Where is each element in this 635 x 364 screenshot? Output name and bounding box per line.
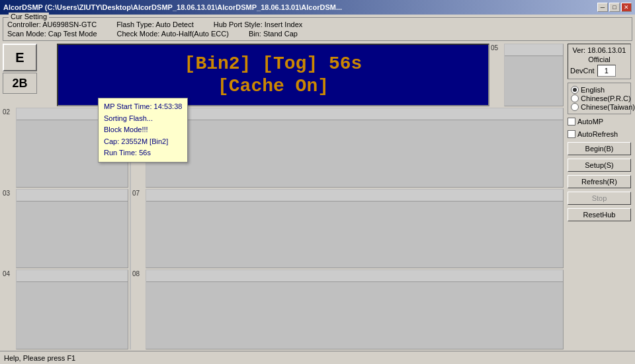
- controller-setting: Controller: AU6998SN-GTC: [7, 20, 97, 28]
- version-text: Ver: 18.06.13.01: [570, 46, 628, 54]
- check-mode-setting: Check Mode: Auto-Half(Auto ECC): [117, 30, 229, 38]
- hub-port-setting: Hub Port Style: Insert Index: [214, 20, 303, 28]
- slot-08-group: 08: [132, 270, 564, 349]
- slot-03: [16, 189, 128, 269]
- slots-area: E 2B [Bin2] [Tog] 56s [Cache On]: [3, 44, 564, 349]
- devcnt-input[interactable]: [597, 65, 616, 77]
- maximize-button[interactable]: □: [609, 3, 620, 12]
- large-display-text: [Bin2] [Tog] 56s [Cache On]: [185, 53, 362, 97]
- lang-chinese-prc-radio[interactable]: [571, 94, 579, 102]
- slot-04-label: 04: [3, 270, 16, 349]
- status-bar: Help, Please press F1: [0, 351, 635, 364]
- slot-03-top: [17, 190, 128, 201]
- status-text: Help, Please press F1: [4, 354, 75, 362]
- main-content: Cur Setting Controller: AU6998SN-GTC Fla…: [0, 15, 635, 364]
- lang-chinese-prc-row[interactable]: Chinese(P.R.C): [571, 94, 628, 102]
- refresh-button[interactable]: Refresh(R): [568, 175, 631, 188]
- slot-07-group: 07: [132, 189, 564, 269]
- slot-e: E: [3, 44, 37, 71]
- slot-07-bottom: [146, 201, 563, 268]
- minimize-button[interactable]: ─: [597, 3, 608, 12]
- lang-english-label: English: [581, 86, 605, 94]
- slot-07-top: [146, 190, 563, 201]
- lang-chinese-taiwan-radio[interactable]: [571, 103, 579, 111]
- group-label: Cur Setting: [9, 13, 49, 20]
- window-title: AlcorDSMP (C:\Users\ZIUTY\Desktop\AlcorD…: [3, 3, 342, 11]
- right-panel: Ver: 18.06.13.01 Official DevCnt English: [566, 44, 632, 349]
- tooltip-popup: MP Start Time: 14:53:38 Sorting Flash...…: [98, 98, 188, 163]
- settings-row-1: Controller: AU6998SN-GTC Flash Type: Aut…: [7, 20, 628, 28]
- automp-row[interactable]: AutoMP: [568, 118, 631, 126]
- devcnt-row: DevCnt: [570, 65, 628, 77]
- close-button[interactable]: ✕: [621, 3, 632, 12]
- slot-08: [146, 270, 564, 349]
- slot-04-group: 04: [3, 270, 128, 349]
- slot-03-group: 03: [3, 189, 128, 269]
- begin-button[interactable]: Begin(B): [568, 142, 631, 155]
- slot-06-bottom: [146, 120, 563, 187]
- lang-chinese-taiwan-row[interactable]: Chinese(Taiwan): [571, 103, 628, 111]
- slot-06: [146, 108, 564, 188]
- slot-04-bottom: [17, 282, 128, 349]
- lang-english-radio[interactable]: [571, 86, 579, 94]
- lang-chinese-taiwan-label: Chinese(Taiwan): [581, 103, 635, 111]
- cur-setting-group: Cur Setting Controller: AU6998SN-GTC Fla…: [3, 17, 632, 41]
- slot-08-bottom: [146, 282, 563, 349]
- slot-08-top: [146, 270, 563, 282]
- flash-type-setting: Flash Type: Auto Detect: [116, 20, 194, 28]
- e-2b-column: E 2B: [3, 44, 56, 106]
- version-box: Ver: 18.06.13.01 Official DevCnt: [568, 44, 631, 79]
- slot-02-label: 02: [3, 108, 16, 188]
- title-bar-buttons: ─ □ ✕: [597, 3, 632, 12]
- devcnt-label: DevCnt: [570, 67, 595, 75]
- settings-row-2: Scan Mode: Cap Test Mode Check Mode: Aut…: [7, 30, 628, 38]
- body-area: E 2B [Bin2] [Tog] 56s [Cache On]: [0, 42, 635, 351]
- bin-setting: Bin: Stand Cap: [249, 30, 298, 38]
- slot-08-label: 08: [132, 270, 146, 349]
- slot-03-label: 03: [3, 189, 16, 269]
- automp-label: AutoMP: [577, 118, 603, 126]
- automp-checkbox[interactable]: [568, 118, 575, 126]
- language-group: English Chinese(P.R.C) Chinese(Taiwan): [568, 83, 631, 114]
- slot-06-group: 06: [132, 108, 564, 188]
- stop-button[interactable]: Stop: [568, 192, 631, 205]
- slot-04-top: [17, 270, 128, 282]
- slot-05: [504, 44, 564, 106]
- autorefresh-row[interactable]: AutoRefresh: [568, 130, 631, 138]
- official-text: Official: [570, 55, 628, 63]
- title-bar: AlcorDSMP (C:\Users\ZIUTY\Desktop\AlcorD…: [0, 0, 635, 15]
- slot-05-label: 05: [491, 44, 504, 106]
- slot-04: [16, 270, 128, 349]
- top-row: E 2B [Bin2] [Tog] 56s [Cache On]: [3, 44, 564, 106]
- right-slots: 06 07: [132, 108, 564, 349]
- autorefresh-checkbox[interactable]: [568, 130, 575, 138]
- slot-2b: 2B: [3, 73, 37, 94]
- slot-06-top: [146, 108, 563, 120]
- setup-button[interactable]: Setup(S): [568, 159, 631, 172]
- slot-05-group: 05: [491, 44, 564, 106]
- slot-05-top: [505, 44, 563, 56]
- slot-03-bottom: [17, 201, 128, 268]
- lang-chinese-prc-label: Chinese(P.R.C): [581, 94, 631, 102]
- slot-07: [146, 189, 564, 269]
- autorefresh-label: AutoRefresh: [577, 130, 618, 138]
- scan-mode-setting: Scan Mode: Cap Test Mode: [7, 30, 97, 38]
- slot-05-bottom: [505, 56, 563, 106]
- slot-07-label: 07: [132, 189, 146, 269]
- large-display: [Bin2] [Tog] 56s [Cache On] MP Start Tim…: [57, 44, 489, 106]
- lang-english-row[interactable]: English: [571, 86, 628, 94]
- resethub-button[interactable]: ResetHub: [568, 208, 631, 221]
- lower-slots: 02 03: [3, 108, 564, 349]
